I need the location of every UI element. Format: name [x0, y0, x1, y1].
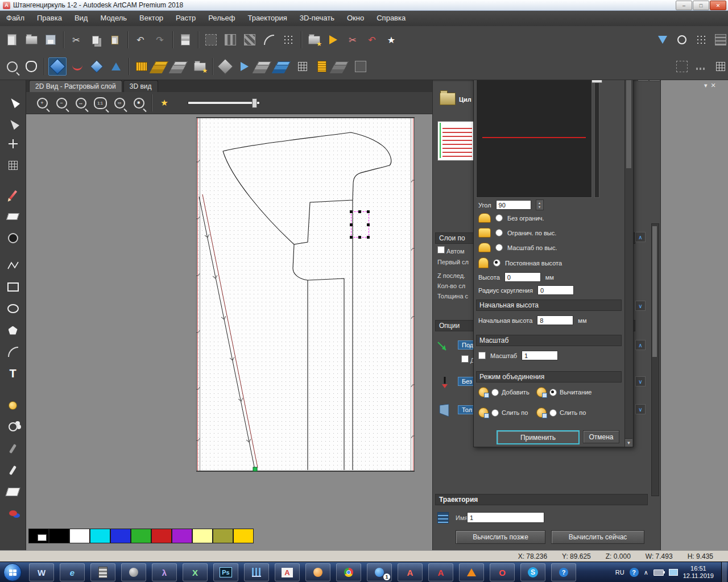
- limit-height-radio[interactable]: [495, 229, 503, 236]
- pattern-dots-icon[interactable]: [280, 31, 297, 48]
- tray-help-icon[interactable]: ?: [630, 568, 639, 577]
- panel-scrollbar-thumb[interactable]: [652, 226, 657, 357]
- scroll-down-icon[interactable]: ▼: [625, 438, 632, 447]
- close-button[interactable]: ✕: [710, 1, 726, 10]
- model-sheet[interactable]: [196, 117, 415, 472]
- task-word[interactable]: W: [29, 563, 54, 581]
- polygon-tool[interactable]: [2, 321, 23, 340]
- text-tool[interactable]: T: [2, 364, 23, 383]
- swatch-purple[interactable]: [172, 529, 192, 543]
- dark-stack-icon[interactable]: [333, 58, 350, 75]
- swatch-cyan[interactable]: [90, 529, 110, 543]
- task-lambda[interactable]: λ: [152, 563, 177, 581]
- gray-diamond-icon[interactable]: [217, 58, 234, 75]
- task-opera[interactable]: O: [490, 563, 515, 581]
- menu-help[interactable]: Справка: [370, 10, 412, 26]
- task-help[interactable]: ?: [551, 563, 576, 581]
- toolpath-section-header[interactable]: Траектория: [435, 494, 648, 505]
- calc-now-button[interactable]: Вычислить сейчас: [551, 530, 644, 544]
- shape-editor-icon[interactable]: [48, 57, 67, 76]
- zoom-drag-icon[interactable]: ↔: [72, 94, 89, 111]
- clock[interactable]: 16:51 12.11.2019: [683, 565, 714, 580]
- menu-raster[interactable]: Растр: [169, 10, 202, 26]
- open-file-icon[interactable]: [23, 31, 40, 48]
- menu-toolpath[interactable]: Траектория: [241, 10, 293, 26]
- limit-none-radio[interactable]: [495, 214, 503, 222]
- relief-preview-icon[interactable]: [23, 58, 40, 75]
- swatch-paleyellow[interactable]: [192, 529, 213, 543]
- limit-none-row[interactable]: Без огранич.: [478, 213, 544, 223]
- toolpath-preview[interactable]: [437, 121, 475, 161]
- menu-view[interactable]: Вид: [68, 10, 94, 26]
- panel-close-icon[interactable]: ✕: [711, 82, 716, 89]
- swatch-olive[interactable]: [213, 529, 233, 543]
- limit-const-radio[interactable]: [493, 259, 500, 267]
- swatch-blue[interactable]: [110, 529, 131, 543]
- task-orange-app[interactable]: [305, 563, 330, 581]
- profile-preview[interactable]: [476, 77, 592, 198]
- copy-icon[interactable]: [87, 31, 104, 48]
- layers-collapse-icon[interactable]: ∧: [635, 232, 646, 242]
- swatch-green[interactable]: [131, 529, 151, 543]
- export-arrow-icon[interactable]: [325, 31, 342, 48]
- gray-relief-icon[interactable]: [172, 58, 189, 75]
- combine-merge-high-radio[interactable]: [491, 409, 499, 417]
- menu-3dprint[interactable]: 3D-печать: [293, 10, 341, 26]
- zoom-rect-icon[interactable]: ▭: [111, 94, 128, 111]
- task-vlc[interactable]: [459, 563, 484, 581]
- zoom-1to1-icon[interactable]: 1:1: [92, 94, 109, 111]
- dotted-circle-icon[interactable]: [673, 31, 690, 48]
- sparkle-lines-icon[interactable]: [712, 31, 728, 48]
- pick-color-tool[interactable]: [2, 228, 23, 248]
- task-photoshop[interactable]: Ps: [213, 563, 238, 581]
- menu-vector[interactable]: Вектор: [133, 10, 169, 26]
- spray-tool[interactable]: [2, 417, 23, 436]
- task-chrome[interactable]: [336, 563, 361, 581]
- combine-merge-low-radio[interactable]: [549, 409, 557, 417]
- blue-stack-icon[interactable]: [275, 58, 292, 75]
- task-reader[interactable]: A: [398, 563, 423, 581]
- zoom-objects-icon[interactable]: ★: [156, 94, 173, 111]
- zoom-in-icon[interactable]: +: [34, 94, 51, 111]
- texture-waffle-icon[interactable]: [133, 58, 150, 75]
- section-collapse-icon[interactable]: ∨: [635, 301, 646, 311]
- maximize-button[interactable]: □: [693, 1, 709, 10]
- dashed-select-icon[interactable]: [673, 58, 690, 75]
- scale-checkbox[interactable]: [478, 352, 486, 359]
- height-input[interactable]: 0: [504, 272, 541, 282]
- menu-window[interactable]: Окно: [341, 10, 370, 26]
- task-excel[interactable]: X: [183, 563, 208, 581]
- limit-scale-row[interactable]: Масштаб по выс.: [478, 243, 557, 252]
- cut-icon[interactable]: ✂: [68, 31, 85, 48]
- zoom-window-icon[interactable]: [3, 58, 20, 75]
- task-sphere[interactable]: [121, 563, 146, 581]
- feed-sub-checkbox[interactable]: [461, 355, 469, 363]
- toolpath-item-label[interactable]: Цил: [459, 96, 471, 103]
- menu-model[interactable]: Модель: [94, 10, 133, 26]
- dashes-icon[interactable]: [693, 58, 710, 75]
- network-display-icon[interactable]: [669, 569, 678, 576]
- swatch-black[interactable]: [49, 529, 69, 543]
- panel-scrollbar[interactable]: [651, 223, 659, 496]
- polyline-tool[interactable]: [2, 256, 23, 275]
- swatch-red[interactable]: [151, 529, 172, 543]
- notes-icon[interactable]: [177, 31, 194, 48]
- swatch-white[interactable]: [69, 529, 90, 543]
- language-indicator[interactable]: RU: [615, 569, 624, 576]
- pyramid-icon[interactable]: [107, 58, 125, 75]
- start-button[interactable]: [3, 563, 22, 581]
- zoom-out-icon[interactable]: −: [53, 94, 70, 111]
- safe-z-collapse-icon[interactable]: ∨: [635, 376, 646, 386]
- align-icon[interactable]: [222, 31, 239, 48]
- zoom-fit-icon[interactable]: ✱: [130, 94, 147, 111]
- angle-input[interactable]: 90: [496, 200, 531, 210]
- minimize-button[interactable]: –: [676, 1, 692, 10]
- redo-icon[interactable]: ↷: [151, 31, 168, 48]
- select-tool[interactable]: [2, 91, 23, 110]
- block-eraser-tool[interactable]: [2, 482, 23, 501]
- smudge-tool[interactable]: [2, 439, 23, 458]
- mesh-tool[interactable]: [2, 156, 23, 175]
- menu-edit[interactable]: Правка: [31, 10, 68, 26]
- combine-subtract-radio[interactable]: [549, 389, 557, 396]
- auto-checkbox[interactable]: [437, 246, 445, 253]
